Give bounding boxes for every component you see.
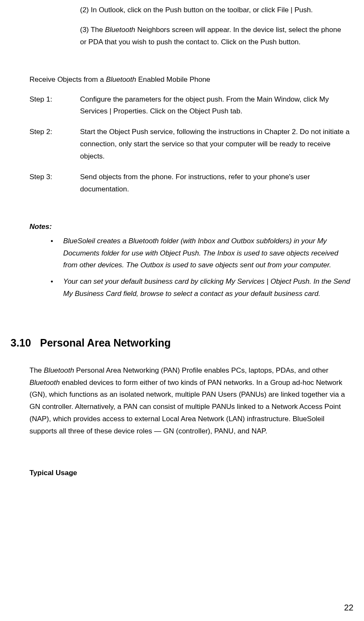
chapter-heading: 3.10Personal Area Networking	[11, 334, 356, 352]
typical-usage-heading: Typical Usage	[29, 467, 356, 479]
sub-item-2: (2) In Outlook, click on the Push button…	[80, 4, 347, 16]
sub-item-3-italic: Bluetooth	[105, 26, 135, 34]
notes-title: Notes:	[29, 221, 351, 233]
chapter-title: Personal Area Networking	[40, 337, 171, 349]
step-row: Step 3: Send objects from the phone. For…	[29, 171, 351, 196]
page-number: 22	[344, 600, 353, 615]
receive-heading-italic: Bluetooth	[106, 75, 136, 83]
pan-paragraph: The Bluetooth Personal Area Networking (…	[29, 365, 349, 438]
pan-seg3: enabled devices to form either of two ki…	[29, 379, 345, 436]
notes-item: BlueSoleil creates a Bluetooth folder (w…	[51, 235, 351, 272]
step-body: Send objects from the phone. For instruc…	[80, 171, 351, 196]
receive-heading: Receive Objects from a Bluetooth Enabled…	[29, 74, 347, 86]
notes-item: Your can set your default business card …	[51, 276, 351, 300]
step-label: Step 3:	[29, 171, 80, 196]
pan-italic-2: Bluetooth	[29, 379, 60, 387]
sub-item-3-prefix: (3) The	[80, 26, 105, 34]
pan-seg1: The	[29, 366, 44, 374]
step-label: Step 2:	[29, 126, 80, 163]
step-row: Step 1: Configure the parameters for the…	[29, 94, 351, 118]
notes-block: Notes: BlueSoleil creates a Bluetooth fo…	[29, 221, 351, 300]
pan-italic-1: Bluetooth	[44, 366, 74, 374]
receive-heading-prefix: Receive Objects from a	[29, 75, 106, 83]
receive-heading-suffix: Enabled Mobile Phone	[136, 75, 210, 83]
step-body: Start the Object Push service, following…	[80, 126, 351, 163]
step-label: Step 1:	[29, 94, 80, 118]
chapter-number: 3.10	[11, 334, 40, 352]
step-row: Step 2: Start the Object Push service, f…	[29, 126, 351, 163]
notes-list: BlueSoleil creates a Bluetooth folder (w…	[51, 235, 351, 300]
step-body: Configure the parameters for the object …	[80, 94, 351, 118]
sub-item-3: (3) The Bluetooth Neighbors screen will …	[80, 24, 347, 48]
pan-seg2: Personal Area Networking (PAN) Profile e…	[74, 366, 328, 374]
